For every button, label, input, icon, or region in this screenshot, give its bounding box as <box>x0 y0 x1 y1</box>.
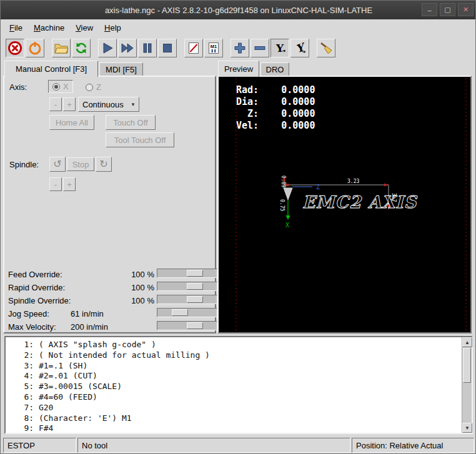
skip-lines-icon <box>186 41 201 56</box>
slider-label: Max Velocity: <box>8 322 56 332</box>
slider-label: Jog Speed: <box>8 309 49 318</box>
toolbar-separator <box>92 39 98 57</box>
dro-readout: Rad: 0.0000 Dia: 0.0000 Z: 0.0000 Vel: 0… <box>236 84 315 132</box>
status-tool: No tool <box>77 438 350 453</box>
toolbar-separator <box>178 39 184 57</box>
clear-plot-button[interactable] <box>317 39 335 57</box>
letter-y-rotated-icon: Y <box>292 41 307 56</box>
stop-icon <box>160 41 175 56</box>
maximize-button[interactable]: ▢ <box>440 3 455 16</box>
tool-cone <box>284 188 292 200</box>
menu-item-file[interactable]: File <box>4 21 28 34</box>
slider-track[interactable] <box>157 269 217 278</box>
dim-left-label: 0.89 <box>280 175 286 187</box>
title-bar[interactable]: axis-lathe.ngc - AXIS 2.8.2-10-g6d29f145… <box>1 1 476 19</box>
minimize-button[interactable]: – <box>422 3 437 16</box>
svg-text:Y: Y <box>294 41 307 55</box>
reload-file-button[interactable] <box>72 39 91 57</box>
letter-y-icon: Y <box>272 41 287 56</box>
toolbar: M1YY <box>1 36 476 61</box>
slider-value: 100 % <box>118 270 154 279</box>
view-y-button[interactable]: Y <box>270 39 289 57</box>
menu-bar: FileMachineViewHelp <box>1 19 476 36</box>
preview-logo-text: EMC2 AXIS <box>302 192 418 212</box>
close-button[interactable]: ✕ <box>458 3 474 16</box>
slider-value: 200 in/min <box>71 322 152 332</box>
x-axis-label: X <box>285 222 289 229</box>
run-from-line-button[interactable] <box>118 39 137 57</box>
dim-top-label: 3.23 <box>347 179 359 184</box>
menu-item-machine[interactable]: Machine <box>28 21 70 34</box>
slider-value: 100 % <box>118 296 154 305</box>
stop-program-button[interactable] <box>158 39 177 57</box>
toggle-skip-lines-button[interactable] <box>184 39 203 57</box>
gcode-listing[interactable]: 1: ( AXIS "splash g-code" ) 2: ( Not int… <box>4 336 473 434</box>
slider-handle[interactable] <box>187 296 203 303</box>
tab-preview[interactable]: Preview <box>218 61 259 77</box>
window-title: axis-lathe.ngc - AXIS 2.8.2-10-g6d29f145… <box>1 6 476 15</box>
slider-track[interactable] <box>157 308 217 317</box>
slider-value: 61 in/min <box>71 309 152 318</box>
view-y-rotated-button[interactable]: Y <box>290 39 309 57</box>
svg-text:M1: M1 <box>211 44 217 49</box>
play-icon <box>100 41 115 56</box>
tab-dro[interactable]: DRO <box>260 62 289 76</box>
run-program-button[interactable] <box>98 39 117 57</box>
slider-label: Rapid Override: <box>8 283 65 292</box>
status-position: Position: Relative Actual <box>352 438 474 453</box>
toolbar-separator <box>310 39 317 57</box>
open-file-button[interactable] <box>52 39 71 57</box>
toolbar-separator <box>46 39 52 57</box>
slider-value: 100 % <box>118 283 154 292</box>
scroll-down-icon[interactable]: ▼ <box>462 423 472 433</box>
manual-control-panel: Axis: X Z - + Continuous ▼ Home All Touc… <box>3 76 216 333</box>
slider-handle[interactable] <box>187 322 203 329</box>
slider-track[interactable] <box>157 282 217 291</box>
svg-text:Y: Y <box>275 42 284 54</box>
preview-panel: 3.23 0.89 3.7 0.75 X Z EMC2 AXIS Rad: 0.… <box>217 76 472 333</box>
dim-bottom-label: 0.75 <box>279 199 285 211</box>
power-icon <box>27 41 42 56</box>
pause-program-button[interactable] <box>138 39 157 57</box>
tab-manual-control[interactable]: Manual Control [F3] <box>4 61 98 77</box>
gcode-scrollbar[interactable]: ▲ ▼ <box>462 337 472 433</box>
estop-icon <box>7 41 22 56</box>
estop-button[interactable] <box>6 39 24 57</box>
toggle-optional-pause-button[interactable]: M1 <box>204 39 223 57</box>
slider-label: Spindle Override: <box>8 296 71 305</box>
axis-window: axis-lathe.ngc - AXIS 2.8.2-10-g6d29f145… <box>0 0 476 454</box>
zoom-in-button[interactable] <box>231 39 249 57</box>
fast-forward-icon <box>120 41 135 56</box>
toolbar-separator <box>224 39 231 57</box>
x-axis-arrow-icon <box>286 215 290 220</box>
sliders-section: Feed Override:100 %Rapid Override:100 %S… <box>4 77 215 332</box>
zoom-out-button[interactable] <box>250 39 269 57</box>
slider-handle[interactable] <box>187 283 203 290</box>
pause-icon <box>140 41 155 56</box>
slider-track[interactable] <box>157 295 217 304</box>
reload-icon <box>74 41 89 56</box>
slider-handle[interactable] <box>172 309 188 316</box>
open-folder-icon <box>54 41 69 56</box>
slider-handle[interactable] <box>187 270 203 277</box>
z-axis-label: Z <box>316 184 320 190</box>
scroll-up-icon[interactable]: ▲ <box>462 337 472 347</box>
menu-item-view[interactable]: View <box>70 21 99 34</box>
clear-plot-icon <box>319 41 334 56</box>
menu-item-help[interactable]: Help <box>99 21 127 34</box>
optional-pause-icon: M1 <box>206 41 221 56</box>
scrollbar-thumb[interactable] <box>463 348 471 383</box>
status-estop: ESTOP <box>3 438 76 453</box>
gcode-text: 1: ( AXIS "splash g-code" ) 2: ( Not int… <box>9 340 210 434</box>
slider-label: Feed Override: <box>8 270 62 279</box>
tab-mdi[interactable]: MDI [F5] <box>99 62 143 76</box>
window-controls: – ▢ ✕ <box>422 3 474 16</box>
zoom-in-icon <box>232 41 247 56</box>
slider-track[interactable] <box>157 321 217 330</box>
machine-power-button[interactable] <box>26 39 44 57</box>
zoom-out-icon <box>252 41 267 56</box>
